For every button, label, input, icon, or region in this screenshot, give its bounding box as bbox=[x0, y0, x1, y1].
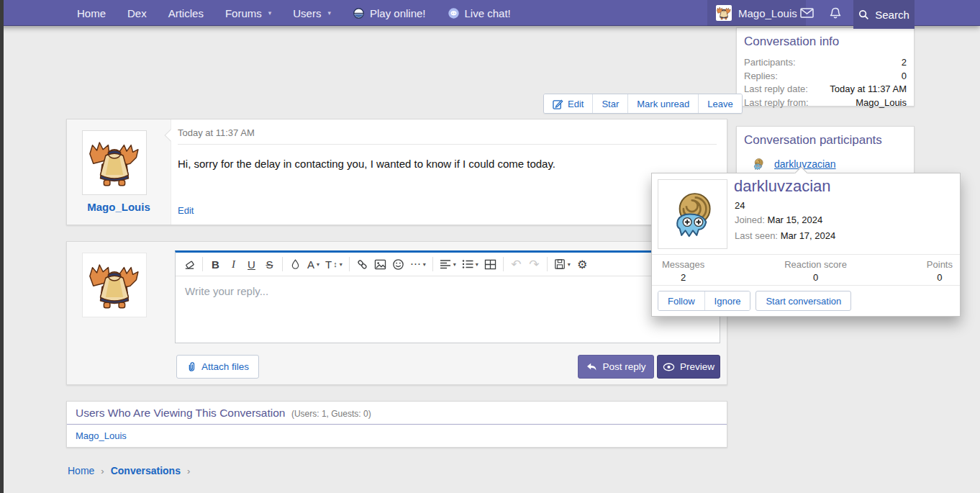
discord-icon bbox=[448, 7, 460, 19]
info-label: Replies: bbox=[744, 70, 778, 83]
showdown-icon bbox=[353, 7, 365, 19]
nav-item-users[interactable]: Users▾ bbox=[282, 0, 342, 26]
mark-unread-label: Mark unread bbox=[637, 99, 689, 109]
nav-item-live-chat[interactable]: Live chat! bbox=[437, 0, 522, 26]
post-reply-label: Post reply bbox=[602, 361, 645, 372]
chevron-down-icon: ▾ bbox=[423, 261, 426, 268]
text-color-icon[interactable] bbox=[286, 255, 304, 273]
stat-value[interactable]: 2 bbox=[681, 271, 686, 284]
reply-editor: B I U S A▾ T↕▾ ⋯▾ bbox=[175, 250, 720, 343]
toolbar-separator bbox=[547, 257, 548, 271]
font-size-icon[interactable]: T↕▾ bbox=[322, 255, 345, 273]
chevron-right-icon: › bbox=[101, 466, 104, 476]
size-arrows-glyph: ↕ bbox=[333, 260, 337, 268]
message-edit-link[interactable]: Edit bbox=[178, 205, 194, 216]
reply-block: B I U S A▾ T↕▾ ⋯▾ bbox=[66, 241, 727, 385]
last-reply-from-link[interactable]: Mago_Louis bbox=[856, 96, 907, 110]
info-row-participants: Participants: 2 bbox=[744, 56, 907, 70]
editor-settings-icon[interactable]: ⚙ bbox=[573, 255, 591, 273]
nav-user-menu[interactable]: Mago_Louis bbox=[707, 0, 806, 26]
pencil-icon bbox=[553, 99, 563, 109]
users-viewing-counts: (Users: 1, Guests: 0) bbox=[291, 409, 371, 419]
info-value: Today at 11:37 AM bbox=[830, 83, 907, 96]
member-name[interactable]: darkluvzacian bbox=[734, 177, 831, 196]
emoji-icon[interactable] bbox=[389, 255, 407, 273]
leave-label: Leave bbox=[707, 99, 732, 109]
drafts-icon[interactable]: ▾ bbox=[551, 255, 573, 273]
alignment-icon[interactable]: ▾ bbox=[437, 255, 459, 273]
post-reply-button[interactable]: Post reply bbox=[578, 355, 654, 379]
conversation-info-rows: Participants: 2 Replies: 0 Last reply da… bbox=[737, 54, 914, 117]
redo-icon[interactable]: ↷ bbox=[525, 255, 543, 273]
breadcrumb: Home › Conversations › bbox=[68, 465, 190, 476]
viewing-user-link[interactable]: Mago_Louis bbox=[76, 430, 127, 441]
nav-item-home[interactable]: Home bbox=[66, 0, 117, 26]
toolbar-separator bbox=[282, 257, 283, 271]
users-viewing-header: Users Who Are Viewing This Conversation … bbox=[67, 402, 727, 425]
more-glyph: ⋯ bbox=[410, 258, 421, 271]
more-options-icon[interactable]: ⋯▾ bbox=[407, 255, 429, 273]
nav-forums-label: Forums bbox=[225, 7, 262, 19]
info-value: 0 bbox=[902, 70, 907, 83]
mark-unread-button[interactable]: Mark unread bbox=[627, 94, 698, 113]
search-button[interactable]: Search bbox=[853, 0, 915, 29]
alerts-button[interactable] bbox=[821, 0, 850, 26]
edit-conversation-button[interactable]: Edit bbox=[544, 94, 592, 113]
message-author-cell: Mago_Louis bbox=[67, 119, 171, 225]
nav-item-dex[interactable]: Dex bbox=[117, 0, 158, 26]
nav-menu: Home Dex Articles Forums▾ Users▾ Play on… bbox=[66, 0, 522, 26]
chevron-down-icon: ▾ bbox=[453, 261, 456, 268]
bold-icon[interactable]: B bbox=[207, 255, 224, 273]
member-avatar[interactable] bbox=[658, 179, 727, 249]
stat-value: 0 bbox=[937, 271, 942, 284]
chevron-down-icon: ▾ bbox=[340, 261, 342, 268]
start-conversation-button[interactable]: Start conversation bbox=[756, 291, 851, 311]
reply-input[interactable] bbox=[176, 276, 720, 343]
info-row-last-reply-from: Last reply from: Mago_Louis bbox=[744, 96, 907, 110]
search-icon bbox=[858, 9, 869, 20]
leave-conversation-button[interactable]: Leave bbox=[698, 94, 741, 113]
breadcrumb-home-link[interactable]: Home bbox=[68, 465, 94, 476]
breadcrumb-current[interactable]: Conversations bbox=[111, 465, 181, 476]
users-viewing-panel: Users Who Are Viewing This Conversation … bbox=[66, 401, 727, 448]
nav-articles-label: Articles bbox=[168, 7, 204, 19]
follow-button[interactable]: Follow bbox=[658, 291, 704, 310]
attach-files-button[interactable]: Attach files bbox=[176, 355, 259, 379]
undo-icon[interactable]: ↶ bbox=[507, 255, 525, 273]
underline-icon[interactable]: U bbox=[242, 255, 260, 273]
insert-link-icon[interactable] bbox=[353, 255, 371, 273]
nav-item-articles[interactable]: Articles bbox=[158, 0, 214, 26]
inbox-button[interactable] bbox=[792, 0, 821, 26]
participant-avatar[interactable] bbox=[750, 156, 766, 172]
reply-arrow-icon bbox=[586, 361, 597, 372]
toolbar-separator bbox=[503, 257, 504, 271]
message-text: Hi, sorry for the delay in contacting yo… bbox=[178, 145, 717, 171]
insert-table-icon[interactable] bbox=[481, 255, 499, 273]
ignore-button[interactable]: Ignore bbox=[704, 291, 750, 310]
participant-link[interactable]: darkluvzacian bbox=[774, 158, 836, 170]
stat-value: 0 bbox=[813, 271, 818, 284]
preview-button[interactable]: Preview bbox=[657, 355, 720, 379]
last-seen-label: Last seen: bbox=[735, 230, 778, 241]
nav-item-forums[interactable]: Forums▾ bbox=[214, 0, 282, 26]
message-block: Mago_Louis Today at 11:37 AM Hi, sorry f… bbox=[66, 119, 727, 225]
message-author-link[interactable]: Mago_Louis bbox=[67, 201, 171, 213]
message-content-cell: Today at 11:37 AM Hi, sorry for the dela… bbox=[171, 119, 727, 225]
nav-dex-label: Dex bbox=[127, 7, 147, 19]
reply-avatar bbox=[82, 253, 147, 317]
window-edge bbox=[0, 0, 4, 493]
list-icon[interactable]: ▾ bbox=[459, 255, 481, 273]
remove-formatting-icon[interactable] bbox=[181, 255, 199, 273]
star-conversation-button[interactable]: Star bbox=[592, 94, 627, 113]
strikethrough-icon[interactable]: S bbox=[260, 255, 278, 273]
member-tooltip-card: darkluvzacian 24 Joined: Mar 15, 2024 La… bbox=[651, 173, 961, 317]
insert-image-icon[interactable] bbox=[371, 255, 389, 273]
font-family-icon[interactable]: A▾ bbox=[304, 255, 322, 273]
italic-icon[interactable]: I bbox=[224, 255, 242, 273]
nav-username: Mago_Louis bbox=[738, 7, 797, 19]
nav-item-play-online[interactable]: Play online! bbox=[342, 0, 437, 26]
conversation-actions: Edit Star Mark unread Leave bbox=[543, 94, 743, 114]
chevron-down-icon: ▾ bbox=[327, 9, 331, 17]
author-avatar[interactable] bbox=[82, 130, 147, 195]
message-timestamp[interactable]: Today at 11:37 AM bbox=[178, 127, 717, 145]
